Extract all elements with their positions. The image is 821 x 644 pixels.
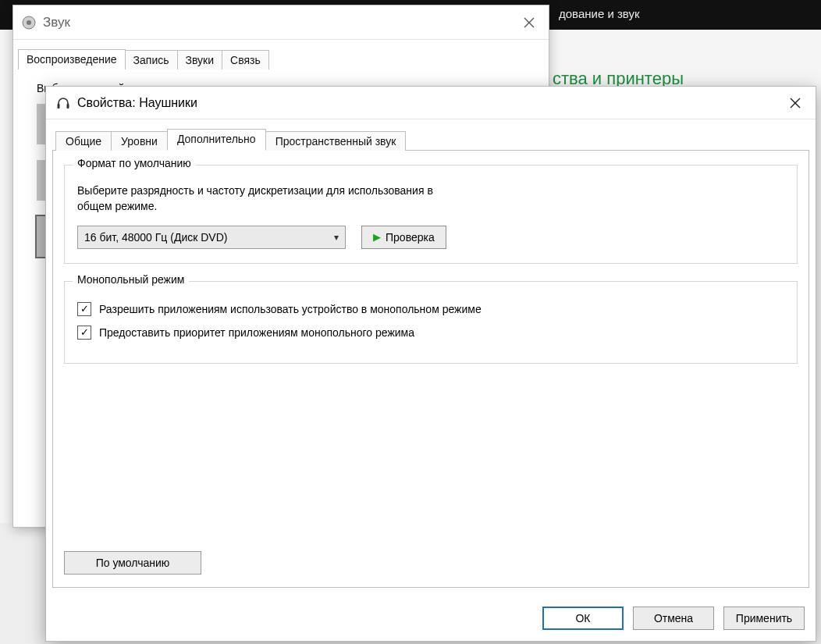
play-icon: ▶ [373,231,381,243]
tab-label: Звуки [186,54,215,66]
tab-spatial[interactable]: Пространственный звук [265,131,407,151]
button-label: Отмена [654,612,693,624]
sound-dialog-tabs: Воспроизведение Запись Звуки Связь [13,40,549,69]
tab-comm[interactable]: Связь [222,50,269,69]
control-panel-breadcrumb-fragment: дование и звук [559,7,640,20]
checkbox-label: Разрешить приложениям использовать устро… [99,303,482,315]
format-select-value: 16 бит, 48000 Гц (Диск DVD) [84,231,227,244]
apply-button[interactable]: Применить [723,607,805,630]
headphones-icon [55,95,71,111]
close-icon[interactable] [780,91,811,115]
checkbox[interactable]: ✓ [77,302,91,316]
properties-tabs: Общие Уровни Дополнительно Пространствен… [52,123,809,151]
exclusive-priority-checkbox-row: ✓ Предоставить приоритет приложениям мон… [77,326,784,340]
speaker-icon [21,15,37,30]
button-label: Применить [736,612,792,624]
tab-recording[interactable]: Запись [125,50,178,69]
exclusive-mode-group: Монопольный режим ✓ Разрешить приложения… [64,281,798,364]
restore-defaults-button[interactable]: По умолчанию [64,551,201,575]
format-select[interactable]: 16 бит, 48000 Гц (Диск DVD) ▾ [77,226,346,249]
tab-general[interactable]: Общие [55,131,112,151]
tab-label: Общие [66,135,101,148]
tab-label: Воспроизведение [27,53,117,66]
svg-rect-3 [67,104,69,109]
group-legend: Монопольный режим [73,273,189,286]
chevron-down-icon: ▾ [334,232,339,243]
group-legend: Формат по умолчанию [73,157,196,169]
test-button-label: Проверка [386,231,435,244]
cancel-button[interactable]: Отмена [633,607,714,630]
svg-point-1 [27,20,31,25]
checkbox[interactable]: ✓ [77,326,91,340]
background-panel-fragment [0,523,47,644]
tab-advanced[interactable]: Дополнительно [167,129,266,151]
dialog-footer: ОК Отмена Применить [542,607,805,630]
allow-exclusive-checkbox-row: ✓ Разрешить приложениям использовать уст… [77,302,784,316]
close-icon[interactable] [513,11,546,34]
properties-title: Свойства: Наушники [77,96,780,110]
tab-label: Связь [230,54,261,66]
advanced-tab-panel: Формат по умолчанию Выберите разрядность… [52,151,809,588]
tab-label: Уровни [121,135,158,148]
svg-rect-2 [58,104,60,109]
tab-label: Пространственный звук [275,135,396,148]
properties-titlebar: Свойства: Наушники [46,87,816,119]
properties-dialog: Свойства: Наушники Общие Уровни Дополнит… [45,86,816,642]
tab-label: Дополнительно [177,133,256,145]
test-button[interactable]: ▶ Проверка [361,226,446,249]
tab-levels[interactable]: Уровни [111,131,168,151]
group-description: Выберите разрядность и частоту дискретиз… [77,183,467,215]
sound-dialog-titlebar: Звук [13,5,549,40]
tab-sounds[interactable]: Звуки [177,50,223,69]
sound-dialog-title: Звук [43,15,513,30]
tab-playback[interactable]: Воспроизведение [18,49,126,69]
checkbox-label: Предоставить приоритет приложениям моноп… [99,326,414,339]
button-label: ОК [575,612,590,624]
tab-label: Запись [133,54,169,66]
button-label: По умолчанию [96,557,170,569]
default-format-group: Формат по умолчанию Выберите разрядность… [64,165,798,264]
ok-button[interactable]: ОК [542,607,624,630]
